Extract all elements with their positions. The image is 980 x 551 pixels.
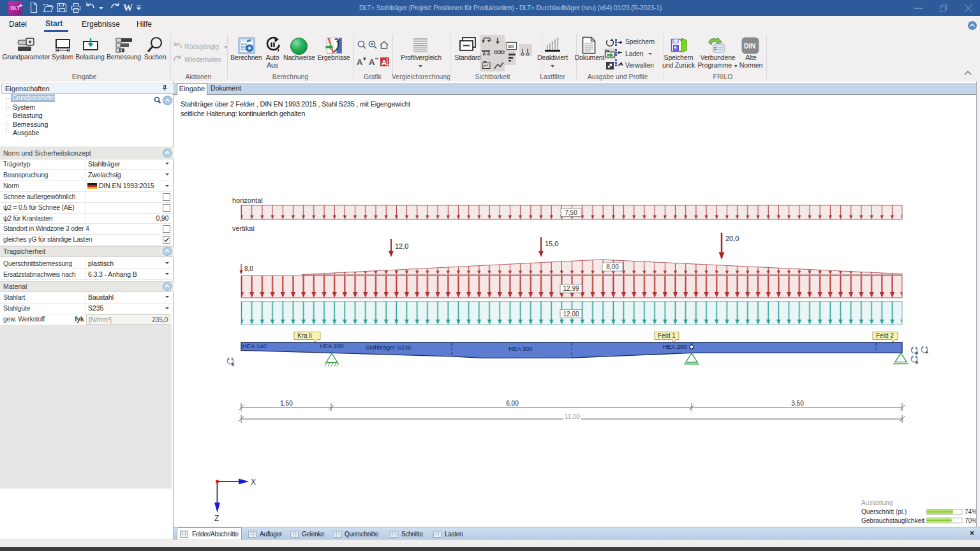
svg-text:A: A bbox=[369, 57, 375, 67]
svg-text:Querschnitt (pl.): Querschnitt (pl.) bbox=[861, 508, 907, 515]
svg-text:F: F bbox=[916, 351, 918, 356]
svg-text:Gebrauchstauglichkeit: Gebrauchstauglichkeit bbox=[861, 517, 924, 524]
svg-text:12,99: 12,99 bbox=[563, 285, 579, 292]
svg-text:horizontal: horizontal bbox=[232, 196, 263, 204]
svg-text:Z: Z bbox=[214, 514, 219, 523]
svg-text:HEA 140: HEA 140 bbox=[242, 342, 267, 349]
svg-text:1,50: 1,50 bbox=[280, 400, 293, 407]
svg-text:Auslastung: Auslastung bbox=[861, 499, 893, 506]
svg-text:Feld 2: Feld 2 bbox=[876, 332, 894, 339]
svg-text:abl: abl bbox=[508, 44, 514, 48]
svg-text:8,0: 8,0 bbox=[244, 265, 253, 272]
svg-text:DIN: DIN bbox=[744, 42, 755, 50]
svg-text:15,0: 15,0 bbox=[545, 240, 558, 247]
svg-text:12,0: 12,0 bbox=[395, 242, 408, 250]
svg-text:A: A bbox=[382, 59, 387, 66]
svg-text:8,00: 8,00 bbox=[606, 263, 619, 270]
svg-text:vertikal: vertikal bbox=[232, 224, 255, 232]
svg-text:HEA 200: HEA 200 bbox=[320, 342, 344, 349]
svg-text:HEA 200: HEA 200 bbox=[663, 343, 687, 350]
svg-text:20,0: 20,0 bbox=[725, 235, 739, 242]
svg-text:Stahlträger S235: Stahlträger S235 bbox=[366, 344, 411, 351]
svg-text:X: X bbox=[251, 478, 256, 487]
svg-text:A: A bbox=[357, 57, 363, 67]
svg-text:11,00: 11,00 bbox=[565, 413, 581, 420]
svg-text:7,50: 7,50 bbox=[565, 209, 577, 216]
svg-text:6,00: 6,00 bbox=[506, 400, 519, 407]
svg-text:Feld 1: Feld 1 bbox=[658, 332, 676, 339]
svg-text:3,50: 3,50 bbox=[791, 400, 804, 407]
svg-text:12,00: 12,00 bbox=[563, 311, 579, 318]
svg-text:HEA 300: HEA 300 bbox=[509, 345, 533, 352]
svg-text:K: K bbox=[232, 362, 235, 367]
svg-text:F: F bbox=[926, 350, 928, 355]
svg-text:Kra li: Kra li bbox=[297, 332, 312, 339]
svg-text:K: K bbox=[916, 360, 919, 365]
